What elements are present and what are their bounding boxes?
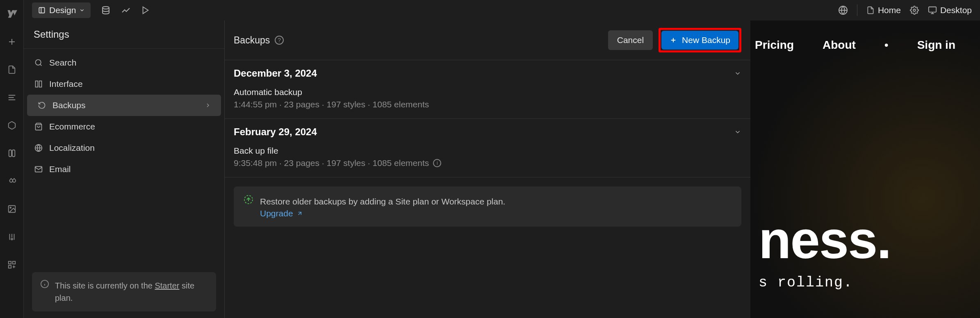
site-nav: Pricing About • Sign in: [755, 39, 955, 52]
nav-link-about[interactable]: About: [823, 39, 856, 52]
analytics-icon[interactable]: [121, 5, 131, 15]
svg-point-9: [103, 7, 109, 9]
highlight-annotation: New Backup: [659, 28, 741, 52]
info-icon: [40, 279, 49, 304]
topbar-left: Design: [32, 2, 150, 18]
hero-sub: s rolling.: [759, 275, 972, 291]
svg-rect-5: [8, 261, 11, 264]
settings-panel: Settings Search Interface Backups E: [24, 20, 225, 318]
svg-rect-7: [8, 266, 11, 268]
upgrade-content: Restore older backups by adding a Site p…: [260, 195, 505, 218]
interface-icon: [34, 79, 43, 89]
svg-point-4: [11, 238, 13, 240]
backup-name: Automatic backup: [234, 87, 741, 97]
settings-item-ecommerce[interactable]: Ecommerce: [24, 116, 224, 137]
home-label: Home: [878, 5, 901, 15]
design-mode-button[interactable]: Design: [32, 2, 91, 18]
chevron-down-icon[interactable]: [734, 70, 741, 77]
info-icon[interactable]: i: [433, 159, 441, 167]
settings-item-label: Interface: [49, 79, 83, 89]
variables-icon[interactable]: [6, 148, 18, 159]
svg-rect-6: [12, 261, 15, 264]
svg-rect-15: [39, 81, 42, 87]
settings-item-backups[interactable]: Backups: [27, 95, 221, 116]
settings-item-label: Localization: [49, 143, 95, 153]
hero-text: ness. s rolling.: [759, 213, 972, 291]
globe-icon: [34, 143, 43, 153]
settings-item-search[interactable]: Search: [24, 52, 224, 73]
cms-icon[interactable]: [6, 231, 18, 243]
backup-meta: 9:35:48 pm · 23 pages · 197 styles · 108…: [234, 158, 741, 168]
new-backup-label: New Backup: [682, 35, 730, 45]
plan-notice-text: This site is currently on the Starter si…: [55, 279, 208, 304]
svg-point-3: [10, 207, 11, 208]
settings-item-email[interactable]: Email: [24, 159, 224, 180]
search-icon: [34, 58, 43, 68]
settings-list: Search Interface Backups Ecommerce: [24, 49, 224, 266]
upgrade-box: Restore older backups by adding a Site p…: [234, 186, 741, 227]
backup-date: December 3, 2024: [234, 68, 741, 79]
settings-item-label: Search: [49, 58, 77, 68]
upgrade-text: Restore older backups by adding a Site p…: [260, 195, 505, 209]
nav-link-signin[interactable]: Sign in: [917, 39, 955, 52]
add-icon[interactable]: [6, 36, 18, 48]
svg-rect-0: [9, 150, 11, 157]
settings-title: Settings: [24, 20, 224, 49]
settings-item-localization[interactable]: Localization: [24, 137, 224, 159]
backups-header: Backups ? Cancel New Backup: [225, 20, 750, 60]
hero-heading: ness.: [759, 213, 972, 266]
canvas-preview: Pricing About • Sign in ness. s rolling.: [750, 20, 980, 318]
cms-top-icon[interactable]: [101, 5, 111, 15]
cancel-button[interactable]: Cancel: [608, 30, 653, 50]
left-rail: [0, 0, 24, 318]
backups-actions: Cancel New Backup: [608, 28, 741, 52]
content: Settings Search Interface Backups E: [24, 20, 980, 318]
svg-point-13: [36, 60, 41, 65]
nav-link-pricing[interactable]: Pricing: [755, 39, 794, 52]
backup-group[interactable]: February 29, 2024 Back up file 9:35:48 p…: [225, 119, 750, 177]
settings-item-interface[interactable]: Interface: [24, 73, 224, 95]
mail-icon: [34, 164, 43, 174]
settings-item-label: Backups: [52, 100, 86, 110]
topbar-right: Home Desktop: [838, 5, 972, 16]
backup-meta: 1:44:55 pm · 23 pages · 197 styles · 108…: [234, 100, 741, 109]
backup-icon: [37, 100, 47, 110]
desktop-breakpoint[interactable]: Desktop: [928, 5, 972, 15]
topbar: Design Home: [24, 0, 980, 20]
backups-title: Backups ?: [234, 35, 284, 46]
page-icon[interactable]: [6, 64, 18, 75]
desktop-label: Desktop: [940, 5, 972, 15]
svg-rect-14: [36, 81, 38, 87]
plan-notice: This site is currently on the Starter si…: [32, 272, 216, 311]
chevron-right-icon: [205, 102, 211, 109]
divider: [857, 5, 857, 16]
chevron-down-icon[interactable]: [734, 128, 741, 136]
main: Design Home: [24, 0, 980, 318]
nav-dot: •: [884, 39, 889, 52]
new-backup-button[interactable]: New Backup: [661, 31, 738, 50]
design-mode-label: Design: [49, 5, 76, 15]
svg-point-11: [913, 9, 916, 11]
assets-icon[interactable]: [6, 203, 18, 215]
home-link[interactable]: Home: [866, 5, 901, 15]
cart-icon: [34, 122, 43, 132]
settings-item-label: Email: [49, 164, 71, 174]
plan-link[interactable]: Starter: [155, 281, 179, 290]
svg-rect-1: [12, 150, 14, 157]
svg-rect-12: [929, 7, 936, 12]
webflow-logo-icon[interactable]: [6, 8, 18, 20]
backup-group[interactable]: December 3, 2024 Automatic backup 1:44:5…: [225, 60, 750, 119]
upgrade-link[interactable]: Upgrade: [260, 209, 303, 218]
components-icon[interactable]: [6, 120, 18, 131]
backup-name: Back up file: [234, 146, 741, 156]
globe-icon[interactable]: [838, 5, 848, 15]
play-icon[interactable]: [141, 6, 150, 15]
backups-panel: Backups ? Cancel New Backup December 3, …: [225, 20, 750, 318]
navigator-icon[interactable]: [6, 92, 18, 103]
upgrade-icon: [244, 195, 253, 218]
svg-rect-8: [39, 7, 44, 13]
styles-icon[interactable]: [6, 175, 18, 187]
apps-icon[interactable]: [6, 259, 18, 270]
gear-icon[interactable]: [910, 6, 919, 15]
help-icon[interactable]: ?: [275, 36, 284, 45]
